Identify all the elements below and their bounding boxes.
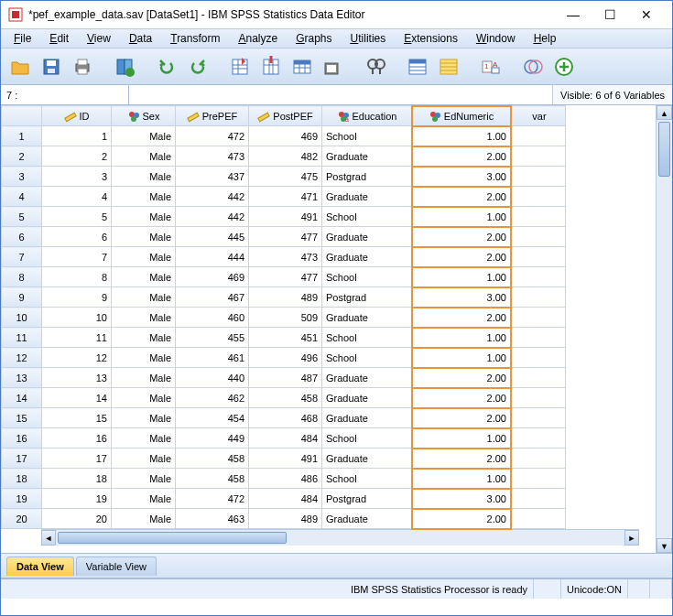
cell[interactable]: 3.00 — [412, 287, 511, 308]
menu-extensions[interactable]: Extensions — [395, 30, 467, 47]
cell[interactable] — [511, 469, 566, 489]
cell[interactable]: Graduate — [322, 227, 412, 247]
vscroll-thumb[interactable] — [658, 122, 670, 177]
cell[interactable]: 489 — [249, 287, 322, 308]
cell[interactable]: 458 — [176, 469, 249, 489]
row-header[interactable]: 12 — [2, 348, 42, 368]
cell[interactable]: Graduate — [322, 408, 412, 428]
row-header[interactable]: 20 — [2, 509, 42, 529]
cell[interactable]: 469 — [176, 267, 249, 287]
goto-var-icon[interactable] — [257, 53, 285, 81]
col-header-PostPEF[interactable]: PostPEF — [249, 106, 322, 126]
cell[interactable]: 460 — [176, 308, 249, 328]
cell[interactable]: Graduate — [322, 146, 412, 167]
cell[interactable]: 487 — [249, 368, 322, 388]
cell[interactable]: 9 — [42, 287, 112, 308]
menu-graphs[interactable]: Graphs — [287, 30, 341, 47]
cell[interactable]: 14 — [42, 388, 112, 408]
variables-icon[interactable] — [288, 53, 316, 81]
cell[interactable]: 491 — [249, 207, 322, 227]
cell[interactable]: 1 — [42, 126, 112, 146]
cell[interactable]: Male — [112, 227, 176, 247]
cell[interactable]: School — [322, 428, 412, 448]
row-header[interactable]: 14 — [2, 388, 42, 408]
goto-case-icon[interactable] — [226, 53, 254, 81]
row-header[interactable]: 10 — [2, 308, 42, 328]
row-header[interactable]: 1 — [2, 126, 42, 146]
cell[interactable]: 444 — [176, 247, 249, 267]
col-header-ID[interactable]: ID — [42, 106, 112, 126]
sets-icon[interactable] — [519, 53, 547, 81]
cell[interactable] — [511, 328, 566, 348]
cell[interactable]: 468 — [249, 408, 322, 428]
row-header[interactable]: 13 — [2, 368, 42, 388]
col-header-PrePEF[interactable]: PrePEF — [176, 106, 249, 126]
cell[interactable]: School — [322, 126, 412, 146]
cell[interactable]: Male — [112, 348, 176, 368]
cell[interactable]: Male — [112, 146, 176, 167]
row-header[interactable]: 17 — [2, 448, 42, 469]
cell[interactable]: Graduate — [322, 388, 412, 408]
cell[interactable] — [511, 207, 566, 227]
cell[interactable]: 458 — [176, 448, 249, 469]
cell[interactable]: 455 — [176, 328, 249, 348]
cell[interactable]: 3 — [42, 167, 112, 187]
cell[interactable]: 18 — [42, 469, 112, 489]
cell[interactable]: 2.00 — [412, 308, 511, 328]
cell[interactable] — [511, 428, 566, 448]
scroll-down-icon[interactable]: ▼ — [657, 538, 672, 553]
cell[interactable]: 461 — [176, 348, 249, 368]
cell[interactable]: Postgrad — [322, 287, 412, 308]
open-icon[interactable] — [6, 53, 34, 81]
cell[interactable]: 467 — [176, 287, 249, 308]
cell[interactable]: Graduate — [322, 187, 412, 207]
cell[interactable]: 2.00 — [412, 187, 511, 207]
undo-icon[interactable] — [153, 53, 180, 81]
cell[interactable]: Male — [112, 287, 176, 308]
horizontal-scrollbar[interactable]: ◄ ► — [41, 529, 639, 546]
weight-icon[interactable] — [435, 53, 462, 81]
cell[interactable] — [511, 368, 566, 388]
cell[interactable] — [511, 348, 566, 368]
cell[interactable]: 2.00 — [412, 408, 511, 428]
cell[interactable]: 491 — [249, 448, 322, 469]
cell[interactable]: 445 — [176, 227, 249, 247]
vertical-scrollbar[interactable]: ▲ ▼ — [656, 105, 672, 553]
cell[interactable]: Male — [112, 187, 176, 207]
cell[interactable]: Male — [112, 207, 176, 227]
scroll-up-icon[interactable]: ▲ — [657, 105, 672, 120]
cell[interactable]: 477 — [249, 227, 322, 247]
cell[interactable]: Male — [112, 388, 176, 408]
hscroll-thumb[interactable] — [58, 532, 287, 544]
cell-reference[interactable]: 7 : — [1, 85, 129, 104]
cell[interactable] — [511, 267, 566, 287]
cell[interactable] — [511, 509, 566, 529]
cell[interactable]: 6 — [42, 227, 112, 247]
cell[interactable] — [511, 287, 566, 308]
row-header[interactable]: 19 — [2, 489, 42, 509]
cell[interactable]: 13 — [42, 368, 112, 388]
cell[interactable]: 484 — [249, 489, 322, 509]
cell[interactable]: School — [322, 267, 412, 287]
cell[interactable]: 1.00 — [412, 126, 511, 146]
cell[interactable]: 10 — [42, 308, 112, 328]
cell[interactable]: 2.00 — [412, 509, 511, 529]
cell[interactable]: Graduate — [322, 509, 412, 529]
save-icon[interactable] — [38, 53, 65, 81]
cell[interactable]: 11 — [42, 328, 112, 348]
cell[interactable]: School — [322, 328, 412, 348]
menu-help[interactable]: Help — [525, 30, 566, 47]
cell[interactable]: Male — [112, 368, 176, 388]
row-header[interactable]: 2 — [2, 146, 42, 167]
cell[interactable] — [511, 408, 566, 428]
col-header-Education[interactable]: aEducation — [322, 106, 412, 126]
cell[interactable]: 8 — [42, 267, 112, 287]
tab-data-view[interactable]: Data View — [6, 557, 74, 576]
cell[interactable]: School — [322, 207, 412, 227]
cell[interactable]: 482 — [249, 146, 322, 167]
cell[interactable]: Male — [112, 489, 176, 509]
cell[interactable]: Graduate — [322, 368, 412, 388]
cell[interactable] — [511, 489, 566, 509]
cell[interactable]: 1.00 — [412, 207, 511, 227]
cell[interactable]: 19 — [42, 489, 112, 509]
